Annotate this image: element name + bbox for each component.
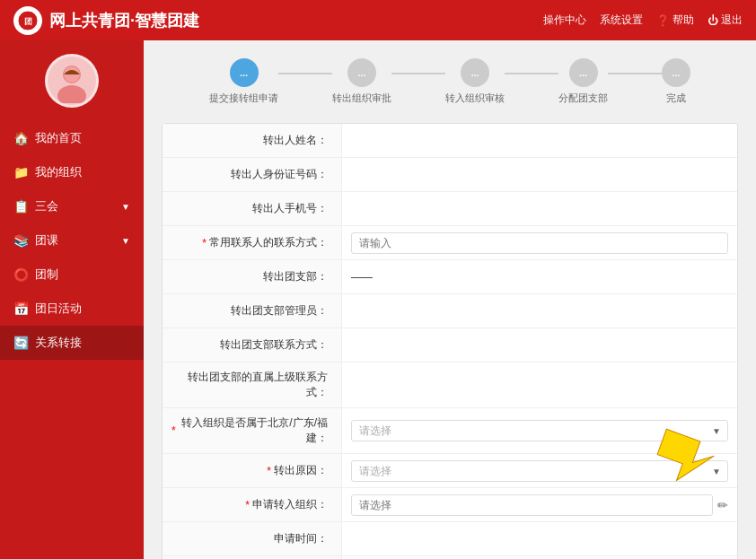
sidebar-item-home[interactable]: 🏠 我的首页 xyxy=(0,121,144,155)
step-circle-2: ... xyxy=(347,58,376,87)
step-3: ... 转入组织审核 xyxy=(445,58,505,105)
help-link[interactable]: ❓ 帮助 xyxy=(656,13,694,28)
sidebar-item-course[interactable]: 📚 团课 ▼ xyxy=(0,223,144,258)
form-row-manager: 转出团支部管理员： xyxy=(163,294,737,328)
form-row-region: * 转入组织是否属于北京/广东/福建： 请选择 是 否 xyxy=(163,408,737,454)
value-reason[interactable]: 请选择 xyxy=(342,455,737,487)
label-region: * 转入组织是否属于北京/广东/福建： xyxy=(163,408,342,453)
form-row-contact: * 常用联系人的联系方式： xyxy=(163,226,737,260)
step-line-2 xyxy=(391,73,445,74)
step-line-4 xyxy=(608,73,662,74)
question-icon: ❓ xyxy=(656,14,670,27)
edit-icon[interactable]: ✏ xyxy=(717,498,728,512)
form-row-apply-time: 申请时间： xyxy=(163,522,737,556)
label-phone: 转出人手机号： xyxy=(163,192,342,225)
value-name xyxy=(342,135,737,146)
form-row-superior-contact: 转出团支部的直属上级联系方式： xyxy=(163,362,737,408)
form-row-branch-contact: 转出团支部联系方式： xyxy=(163,328,737,362)
power-icon: ⏻ xyxy=(708,14,718,27)
avatar xyxy=(45,54,99,108)
sidebar-item-punishment[interactable]: ⭕ 团制 xyxy=(0,258,144,292)
region-select[interactable]: 请选择 是 否 xyxy=(351,420,728,441)
transfer-icon: 🔄 xyxy=(13,336,28,350)
operations-link[interactable]: 操作中心 xyxy=(543,13,586,28)
svg-text:团: 团 xyxy=(24,17,32,26)
value-branch-contact xyxy=(342,340,737,351)
label-id: 转出人身份证号码： xyxy=(163,158,342,191)
step-line-1 xyxy=(278,73,332,74)
value-superior-contact xyxy=(342,380,737,390)
value-target-org[interactable]: ✏ xyxy=(342,489,737,521)
chevron-right-icon: ▼ xyxy=(121,202,130,212)
form-row-target-org: * 申请转入组织： ✏ xyxy=(163,488,737,522)
header-nav: 操作中心 系统设置 ❓ 帮助 ⏻ 退出 xyxy=(543,13,743,28)
label-name: 转出人姓名： xyxy=(163,124,342,157)
org-icon: 📁 xyxy=(13,165,28,179)
step-4: ... 分配团支部 xyxy=(558,58,608,105)
course-icon: 📚 xyxy=(13,233,28,248)
contact-input[interactable] xyxy=(351,232,728,254)
header: 团 网上共青团·智慧团建 操作中心 系统设置 ❓ 帮助 ⏻ 退出 xyxy=(0,0,756,40)
label-branch-contact: 转出团支部联系方式： xyxy=(163,328,342,362)
step-circle-5: ... xyxy=(662,58,690,87)
meeting-icon: 📋 xyxy=(13,199,28,214)
label-branch-out: 转出团支部： xyxy=(163,260,342,293)
step-1: ... 提交接转组申请 xyxy=(209,58,278,105)
logo: 团 网上共青团·智慧团建 xyxy=(13,6,199,35)
label-target-org: * 申请转入组织： xyxy=(163,488,342,521)
sidebar-nav: 🏠 我的首页 📁 我的组织 📋 三会 ▼ 📚 团课 ▼ ⭕ 团制 xyxy=(0,121,144,360)
sidebar-item-org[interactable]: 📁 我的组织 xyxy=(0,155,144,189)
label-contact: * 常用联系人的联系方式： xyxy=(163,226,342,259)
value-manager xyxy=(342,306,737,317)
value-contact[interactable] xyxy=(342,227,737,259)
step-circle-1: ... xyxy=(230,58,259,87)
region-select-wrapper[interactable]: 请选择 是 否 xyxy=(351,420,728,441)
step-circle-3: ... xyxy=(461,58,489,87)
form-row-reason: * 转出原因： 请选择 xyxy=(163,454,737,488)
activity-icon: 📅 xyxy=(13,301,28,316)
reason-select-wrapper[interactable]: 请选择 xyxy=(351,460,728,482)
label-manager: 转出团支部管理员： xyxy=(163,294,342,328)
step-line-3 xyxy=(505,73,558,74)
value-branch-out: —— xyxy=(342,266,737,289)
main-layout: 🏠 我的首页 📁 我的组织 📋 三会 ▼ 📚 团课 ▼ ⭕ 团制 xyxy=(0,40,756,559)
home-icon: 🏠 xyxy=(13,131,28,145)
form-row-branch-out: 转出团支部： —— xyxy=(163,260,737,294)
svg-point-3 xyxy=(57,85,86,103)
label-superior-contact: 转出团支部的直属上级联系方式： xyxy=(163,362,342,407)
chevron-right-icon-2: ▼ xyxy=(121,236,130,246)
step-circle-4: ... xyxy=(569,58,598,87)
content-wrapper: ... 提交接转组申请 ... 转出组织审批 ... 转入组织审核 ... 分配… xyxy=(162,58,738,559)
target-org-input[interactable] xyxy=(351,494,713,516)
step-2: ... 转出组织审批 xyxy=(332,58,391,105)
label-apply-time: 申请时间： xyxy=(163,522,342,555)
form-container: 转出人姓名： 转出人身份证号码： 转出人手机号： xyxy=(162,123,738,559)
app-title: 网上共青团·智慧团建 xyxy=(49,10,199,31)
value-id xyxy=(342,170,737,180)
sidebar: 🏠 我的首页 📁 我的组织 📋 三会 ▼ 📚 团课 ▼ ⭕ 团制 xyxy=(0,40,144,559)
content-area: ... 提交接转组申请 ... 转出组织审批 ... 转入组织审核 ... 分配… xyxy=(144,40,756,559)
value-phone xyxy=(342,204,737,214)
reason-select[interactable]: 请选择 xyxy=(351,460,728,482)
form-row-id: 转出人身份证号码： xyxy=(163,158,737,192)
sidebar-item-transfer[interactable]: 🔄 关系转接 xyxy=(0,326,144,360)
value-region[interactable]: 请选择 是 否 xyxy=(342,415,737,447)
stepper: ... 提交接转组申请 ... 转出组织审批 ... 转入组织审核 ... 分配… xyxy=(162,58,738,105)
logo-icon: 团 xyxy=(13,6,42,35)
target-org-input-wrapper: ✏ xyxy=(351,494,728,516)
punishment-icon: ⭕ xyxy=(13,267,28,282)
logout-link[interactable]: ⏻ 退出 xyxy=(708,13,743,28)
sidebar-item-meeting[interactable]: 📋 三会 ▼ xyxy=(0,189,144,223)
form-row-phone: 转出人手机号： xyxy=(163,192,737,226)
label-reason: * 转出原因： xyxy=(163,454,342,487)
sidebar-item-activity[interactable]: 📅 团日活动 xyxy=(0,292,144,326)
step-5: ... 完成 xyxy=(662,58,690,105)
settings-link[interactable]: 系统设置 xyxy=(600,13,643,28)
value-apply-time xyxy=(342,534,737,545)
form-row-name: 转出人姓名： xyxy=(163,124,737,158)
